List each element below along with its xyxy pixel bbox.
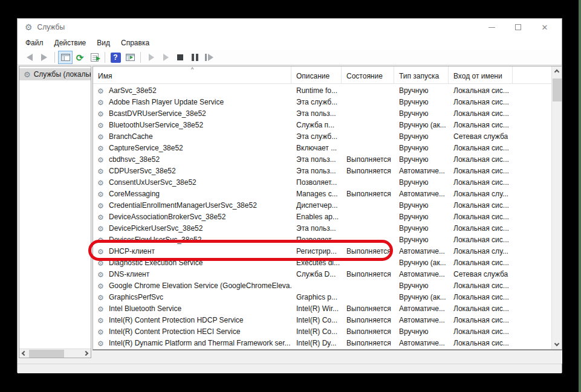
table-row[interactable]: ⚙ ConsentUxUserSvc_38e52 Позволяет... Вр… — [93, 176, 551, 188]
close-button[interactable]: ✕ — [531, 19, 558, 36]
stop-service-button[interactable] — [173, 51, 187, 64]
table-row[interactable]: ⚙ CaptureService_38e52 Включает ... Вруч… — [93, 142, 551, 153]
table-row[interactable]: ⚙ GraphicsPerfSvc Graphics p... Вручную … — [93, 291, 551, 303]
table-row[interactable]: ⚙ Google Chrome Elevation Service (Googl… — [93, 280, 551, 291]
service-startup-type: Автоматиче... — [394, 316, 449, 324]
table-row[interactable]: ⚙ DevicesFlowUserSvc_38e52 Позволяет... … — [93, 234, 551, 245]
tree-item-label: Службы (локальн — [34, 70, 91, 79]
resume-service-button[interactable] — [158, 51, 173, 64]
service-logon: Локальная сис... — [449, 98, 513, 106]
table-row[interactable]: ⚙ Intel Bluetooth Service Intel(R) Wir..… — [93, 303, 551, 314]
start-service-button[interactable] — [144, 51, 158, 64]
forward-arrow-icon — [41, 54, 47, 61]
menu-action[interactable]: Действие — [49, 37, 92, 49]
forward-button[interactable] — [37, 51, 51, 64]
stop-icon — [177, 54, 183, 60]
window-controls: ✕ — [478, 19, 558, 36]
toolbar-separator — [54, 52, 55, 63]
menubar: Файл Действие Вид Справка — [18, 36, 562, 50]
table-row[interactable]: ⚙ DevicePickerUserSvc_38e52 Эта польз...… — [93, 222, 551, 234]
services-gear-icon: ⚙ — [24, 71, 31, 79]
minimize-button[interactable] — [478, 19, 505, 36]
menu-file[interactable]: Файл — [20, 37, 49, 49]
service-description: Регистрир... — [291, 247, 342, 255]
service-name: BcastDVRUserService_38e52 — [109, 109, 206, 118]
back-button[interactable] — [22, 51, 37, 64]
services-gear-icon: ⚙ — [25, 23, 33, 31]
scrollbar-thumb[interactable] — [553, 79, 562, 101]
scrollbar-thumb[interactable] — [29, 350, 64, 358]
table-row[interactable]: ⚙ AarSvc_38e52 Runtime fo... Вручную Лок… — [93, 85, 551, 96]
service-logon: Локальная сис... — [449, 327, 513, 336]
service-logon: Локальная сис... — [449, 316, 513, 324]
table-row[interactable]: ⚙ Intel(R) Content Protection HECI Servi… — [93, 326, 551, 337]
toolbar-separator — [140, 52, 141, 63]
export-list-button[interactable] — [87, 51, 102, 64]
column-header-startup-type[interactable]: Тип запуска — [394, 66, 449, 83]
table-row[interactable]: ⚙ DNS-клиент Служба D... Выполняется Авт… — [93, 268, 551, 280]
back-arrow-icon — [27, 54, 33, 61]
service-gear-icon: ⚙ — [97, 122, 104, 129]
screen-edge-artifact — [579, 0, 581, 392]
show-action-pane-button[interactable] — [123, 51, 137, 64]
service-gear-icon: ⚙ — [97, 88, 104, 95]
service-gear-icon: ⚙ — [97, 294, 104, 301]
vertical-scrollbar[interactable] — [551, 66, 562, 349]
maximize-button[interactable] — [505, 19, 531, 36]
help-button[interactable]: ? — [108, 51, 123, 64]
column-header-name[interactable]: ^ Имя — [93, 66, 291, 83]
table-row[interactable]: ⚙ Diagnostic Execution Service Executes … — [93, 257, 551, 268]
service-startup-type: Автоматиче... — [394, 247, 449, 255]
table-row[interactable]: ⚙ Intel(R) Dynamic Platform and Thermal … — [93, 337, 551, 349]
refresh-icon: ⟳ — [76, 53, 84, 62]
table-header: ^ Имя Описание Состояние Тип запуска Вхо… — [93, 66, 562, 84]
service-gear-icon: ⚙ — [97, 133, 104, 141]
column-header-status[interactable]: Состояние — [342, 66, 394, 83]
column-header-description[interactable]: Описание — [291, 66, 342, 83]
action-pane-icon — [126, 54, 135, 61]
pause-service-button[interactable] — [187, 51, 202, 64]
refresh-button[interactable]: ⟳ — [73, 51, 87, 64]
table-row[interactable]: ⚙ CDPUserSvc_38e52 Эта польз... Выполняе… — [93, 165, 551, 176]
table-row[interactable]: ⚙ CoreMessaging Manages c... Выполняется… — [93, 188, 551, 199]
service-name: CDPUserSvc_38e52 — [109, 167, 176, 175]
service-description: Enables ap... — [291, 213, 342, 221]
table-row[interactable]: ⚙ BcastDVRUserService_38e52 Эта польз...… — [93, 108, 551, 119]
menu-view[interactable]: Вид — [91, 37, 115, 49]
show-console-tree-button[interactable] — [58, 51, 73, 64]
service-name: BranchCache — [109, 132, 153, 141]
service-description: Intel(R) Wir... — [291, 304, 342, 313]
minimize-icon — [488, 27, 495, 28]
scroll-down-icon[interactable] — [554, 341, 559, 346]
window-title: Службы — [37, 23, 65, 31]
menu-help[interactable]: Справка — [115, 37, 155, 49]
service-description: Позволяет... — [291, 178, 342, 187]
table-row[interactable]: ⚙ CredentialEnrollmentManagerUserSvc_38e… — [93, 199, 551, 211]
service-description: Executes di... — [291, 259, 342, 267]
service-status: Выполняется — [342, 327, 394, 336]
scroll-up-icon[interactable] — [554, 69, 559, 74]
service-startup-type: Вручную — [394, 178, 449, 187]
tree-horizontal-scrollbar[interactable] — [19, 349, 91, 358]
service-logon: Локальная сис... — [449, 224, 513, 233]
service-status: Выполняется — [342, 155, 394, 164]
scroll-right-icon[interactable] — [83, 351, 88, 356]
table-row[interactable]: ⚙ BranchCache Эта служб... Вручную Сетев… — [93, 130, 551, 142]
service-gear-icon: ⚙ — [97, 340, 104, 347]
tree-item-services-local[interactable]: ⚙ Службы (локальн — [19, 68, 91, 80]
service-name: AarSvc_38e52 — [109, 86, 157, 95]
table-row[interactable]: ⚙ BluetoothUserService_38e52 Служба п...… — [93, 119, 551, 130]
table-row[interactable]: ⚙ DeviceAssociationBrokerSvc_38e52 Enabl… — [93, 211, 551, 222]
table-row[interactable]: ⚙ Intel(R) Content Protection HDCP Servi… — [93, 314, 551, 326]
service-startup-type: Автоматиче... — [394, 339, 449, 347]
table-row[interactable]: ⚙ Adobe Flash Player Update Service Эта … — [93, 96, 551, 108]
table-row-highlighted[interactable]: ⚙ DHCP-клиент Регистрир... Выполняется А… — [93, 245, 551, 257]
table-row[interactable]: ⚙ cbdhsvc_38e52 Эта польз... Выполняется… — [93, 153, 551, 165]
service-name: BluetoothUserService_38e52 — [109, 121, 203, 129]
service-gear-icon: ⚙ — [97, 179, 104, 187]
service-name: Diagnostic Execution Service — [109, 259, 203, 267]
scroll-left-icon[interactable] — [22, 351, 27, 356]
restart-service-button[interactable] — [202, 51, 216, 64]
column-header-logon[interactable]: Вход от имени — [449, 66, 513, 83]
service-description: Intel(R) Co... — [291, 327, 342, 336]
